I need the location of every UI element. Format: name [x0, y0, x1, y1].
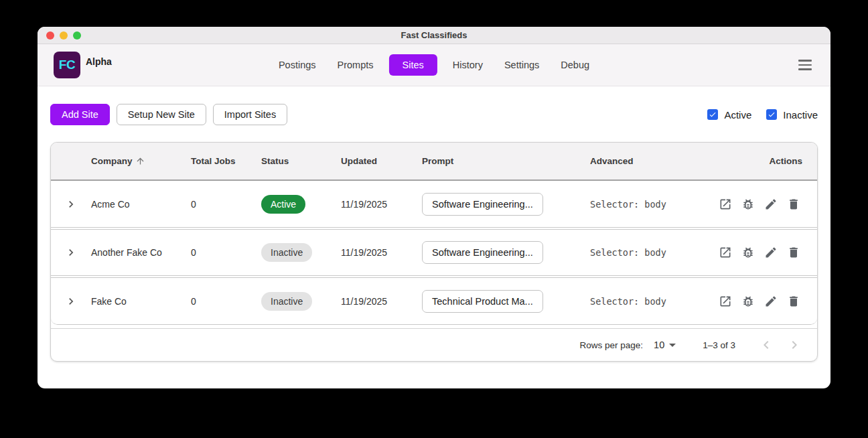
bug-icon[interactable] — [741, 246, 755, 259]
company-cell: Acme Co — [91, 199, 191, 210]
sites-table: Company Total Jobs Status Updated Prompt… — [50, 142, 818, 362]
window-controls — [46, 27, 81, 44]
pagination-range: 1–3 of 3 — [703, 340, 735, 350]
filter-active-label: Active — [724, 109, 751, 121]
titlebar: Fast Classifieds — [38, 27, 830, 44]
content: Add Site Setup New Site Import Sites Act… — [38, 86, 830, 362]
nav-tab-postings[interactable]: Postings — [273, 54, 322, 76]
app-header: FC Alpha Postings Prompts Sites History … — [38, 44, 830, 86]
app-logo: FC — [54, 52, 80, 78]
next-page-button[interactable] — [786, 337, 802, 353]
table-pagination: Rows per page: 10 1–3 of 3 — [51, 328, 817, 361]
header-total-jobs[interactable]: Total Jobs — [191, 156, 261, 166]
zoom-window-button[interactable] — [73, 31, 81, 40]
edit-icon[interactable] — [764, 295, 778, 308]
status-filters: Active Inactive — [707, 109, 818, 121]
nav-tab-sites[interactable]: Sites — [389, 54, 437, 76]
bug-icon[interactable] — [741, 198, 755, 211]
table-body: Acme Co 0 Active 11/19/2025 Software Eng… — [51, 181, 817, 325]
status-badge: Inactive — [261, 292, 312, 311]
updated-cell: 11/19/2025 — [341, 247, 422, 258]
chevron-down-icon — [669, 344, 676, 347]
filter-inactive-label: Inactive — [783, 109, 818, 121]
header-updated[interactable]: Updated — [341, 156, 422, 166]
total-jobs-cell: 0 — [191, 247, 261, 258]
chevron-right-icon — [786, 337, 802, 353]
add-site-button[interactable]: Add Site — [50, 104, 110, 125]
filter-active[interactable]: Active — [707, 109, 751, 121]
advanced-selector: Selector: body — [590, 296, 717, 307]
delete-icon[interactable] — [787, 295, 800, 308]
pagination-buttons — [758, 337, 802, 353]
minimize-window-button[interactable] — [60, 31, 68, 40]
filter-inactive[interactable]: Inactive — [766, 109, 818, 121]
header-prompt: Prompt — [422, 156, 590, 166]
close-window-button[interactable] — [46, 31, 54, 40]
table-header: Company Total Jobs Status Updated Prompt… — [51, 143, 817, 181]
rows-per-page-value: 10 — [654, 340, 664, 350]
nav-tab-prompts[interactable]: Prompts — [332, 54, 380, 76]
rows-per-page-select[interactable]: 10 — [654, 340, 676, 350]
chevron-right-icon — [64, 198, 78, 211]
check-icon — [709, 111, 717, 119]
previous-page-button[interactable] — [758, 337, 774, 353]
updated-cell: 11/19/2025 — [341, 296, 422, 307]
delete-icon[interactable] — [787, 198, 800, 211]
prompt-button[interactable]: Software Engineering... — [422, 241, 543, 264]
inactive-checkbox[interactable] — [766, 109, 777, 120]
setup-new-site-button[interactable]: Setup New Site — [117, 104, 206, 125]
open-in-new-icon[interactable] — [719, 198, 732, 211]
advanced-selector: Selector: body — [590, 247, 717, 258]
chevron-right-icon — [64, 246, 78, 259]
main-nav: Postings Prompts Sites History Settings … — [273, 44, 595, 86]
toolbar-buttons: Add Site Setup New Site Import Sites — [50, 104, 287, 125]
brand: FC Alpha — [54, 52, 112, 78]
status-badge: Active — [261, 195, 305, 214]
open-in-new-icon[interactable] — [719, 246, 732, 259]
app-window: Fast Classifieds FC Alpha Postings Promp… — [38, 27, 830, 388]
delete-icon[interactable] — [787, 246, 800, 259]
row-actions — [717, 198, 817, 211]
nav-tab-history[interactable]: History — [447, 54, 489, 76]
company-cell: Fake Co — [91, 296, 191, 307]
import-sites-button[interactable]: Import Sites — [213, 104, 287, 125]
rows-per-page-label: Rows per page: — [580, 340, 644, 350]
window-title: Fast Classifieds — [401, 30, 467, 40]
expand-row-button[interactable] — [51, 198, 91, 211]
app-name: Alpha — [86, 56, 112, 67]
bug-icon[interactable] — [741, 295, 755, 308]
table-row: Another Fake Co 0 Inactive 11/19/2025 So… — [51, 229, 817, 276]
row-actions — [717, 246, 817, 259]
menu-icon[interactable] — [796, 57, 814, 73]
chevron-right-icon — [64, 295, 78, 308]
sort-ascending-icon[interactable] — [135, 156, 145, 166]
total-jobs-cell: 0 — [191, 296, 261, 307]
open-in-new-icon[interactable] — [719, 295, 732, 308]
edit-icon[interactable] — [764, 198, 778, 211]
expand-row-button[interactable] — [51, 295, 91, 308]
toolbar: Add Site Setup New Site Import Sites Act… — [50, 104, 818, 125]
header-company[interactable]: Company — [91, 156, 191, 166]
updated-cell: 11/19/2025 — [341, 199, 422, 210]
nav-tab-debug[interactable]: Debug — [555, 54, 595, 76]
table-row: Acme Co 0 Active 11/19/2025 Software Eng… — [51, 181, 817, 228]
edit-icon[interactable] — [764, 246, 778, 259]
advanced-selector: Selector: body — [590, 199, 717, 210]
prompt-button[interactable]: Software Engineering... — [422, 193, 543, 216]
header-actions: Actions — [717, 156, 817, 166]
chevron-left-icon — [758, 337, 774, 353]
expand-row-button[interactable] — [51, 246, 91, 259]
active-checkbox[interactable] — [707, 109, 718, 120]
check-icon — [768, 111, 776, 119]
header-status[interactable]: Status — [261, 156, 341, 166]
row-actions — [717, 295, 817, 308]
prompt-button[interactable]: Technical Product Ma... — [422, 290, 543, 313]
table-row: Fake Co 0 Inactive 11/19/2025 Technical … — [51, 277, 817, 324]
header-advanced: Advanced — [590, 156, 717, 166]
total-jobs-cell: 0 — [191, 199, 261, 210]
status-badge: Inactive — [261, 243, 312, 262]
nav-tab-settings[interactable]: Settings — [498, 54, 545, 76]
company-cell: Another Fake Co — [91, 247, 191, 258]
